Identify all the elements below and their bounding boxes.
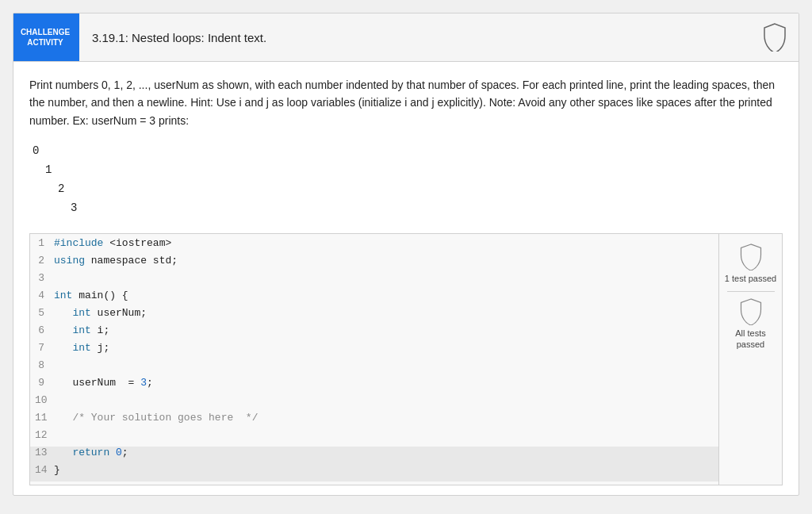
code-editor: 1 #include <iostream> 2 using namespace … [29,233,783,485]
header-shield-icon [760,20,789,55]
example-output: 0 1 2 3 [29,142,783,217]
line-content-1: #include <iostream> [54,237,171,249]
line-num-7: 7 [30,342,54,354]
line-content-11: /* Your solution goes here */ [54,412,258,424]
line-num-4: 4 [30,290,54,301]
code-line-7: 7 int j; [30,342,718,359]
content-area: Print numbers 0, 1, 2, ..., userNum as s… [13,62,799,495]
code-line-13: 13 return 0; [30,447,718,464]
test2-label: All tests passed [722,328,779,351]
challenge-badge: CHALLENGE ACTIVITY [13,13,77,61]
code-line-1: 1 #include <iostream> [30,237,718,255]
example-line-2: 2 [58,180,783,199]
code-line-11: 11 /* Your solution goes here */ [30,412,718,429]
line-num-5: 5 [30,307,54,319]
side-panel: 1 test passed All tests passed [718,234,782,485]
line-num-3: 3 [30,272,54,284]
line-content-9: userNum = 3; [54,377,153,389]
line-content-2: using namespace std; [54,255,178,267]
line-num-12: 12 [30,429,54,441]
header-title: 3.19.1: Nested loops: Indent text. [77,13,751,61]
line-content-4: int main() { [54,290,128,301]
line-content-10 [54,394,60,406]
line-content-5: int userNum; [54,307,147,319]
line-num-1: 1 [30,237,54,249]
code-line-9: 9 userNum = 3; [30,377,718,394]
example-line-3: 3 [71,199,783,218]
test1-badge: 1 test passed [725,244,776,284]
code-line-4: 4 int main() { [30,290,718,307]
divider [727,291,775,292]
header: CHALLENGE ACTIVITY 3.19.1: Nested loops:… [13,13,799,62]
code-line-3: 3 [30,272,718,290]
line-content-12 [54,429,60,441]
line-content-3 [54,272,60,284]
main-container: CHALLENGE ACTIVITY 3.19.1: Nested loops:… [13,13,799,496]
code-line-8: 8 [30,359,718,377]
line-content-8 [54,359,60,371]
line-content-7: int j; [54,342,109,354]
line-num-6: 6 [30,324,54,336]
line-content-14: } [54,464,60,476]
test2-badge: All tests passed [722,298,779,351]
code-line-2: 2 using namespace std; [30,255,718,272]
code-line-12: 12 [30,429,718,447]
code-line-5: 5 int userNum; [30,307,718,324]
code-line-6: 6 int i; [30,324,718,342]
test1-label: 1 test passed [725,273,776,284]
line-content-6: int i; [54,324,109,336]
example-line-1: 1 [45,161,783,180]
line-num-8: 8 [30,359,54,371]
line-num-11: 11 [30,412,54,424]
line-num-9: 9 [30,377,54,389]
line-num-2: 2 [30,255,54,267]
line-num-10: 10 [30,394,54,406]
line-content-13: return 0; [54,447,128,458]
line-num-14: 14 [30,464,54,476]
example-line-0: 0 [33,142,783,161]
code-line-10: 10 [30,394,718,412]
code-panel[interactable]: 1 #include <iostream> 2 using namespace … [30,234,718,485]
description-text: Print numbers 0, 1, 2, ..., userNum as s… [29,76,783,129]
code-line-14: 14 } [30,464,718,481]
line-num-13: 13 [30,447,54,458]
